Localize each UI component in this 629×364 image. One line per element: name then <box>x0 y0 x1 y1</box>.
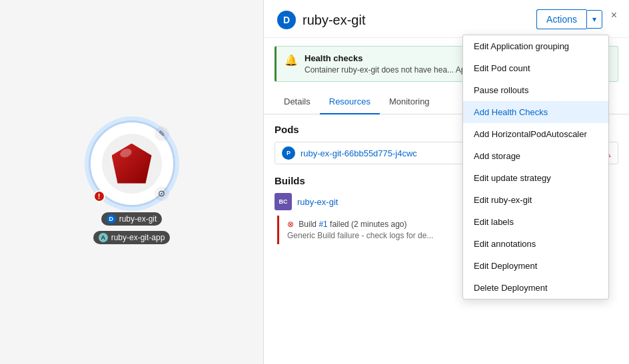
dropdown-overlay: Edit Application grouping Edit Pod count… <box>0 0 629 364</box>
dropdown-item-8[interactable]: Edit labels <box>463 211 608 233</box>
dropdown-item-2[interactable]: Pause rollouts <box>463 79 608 101</box>
dropdown-item-5[interactable]: Add storage <box>463 145 608 167</box>
dropdown-item-11[interactable]: Delete Deployment <box>463 277 608 299</box>
dropdown-item-9[interactable]: Edit annotations <box>463 233 608 255</box>
dropdown-item-4[interactable]: Add HorizontalPodAutoscaler <box>463 123 608 145</box>
actions-dropdown-menu: Edit Application grouping Edit Pod count… <box>462 35 609 299</box>
dropdown-item-3[interactable]: Add Health Checks <box>463 101 608 123</box>
dropdown-item-6[interactable]: Edit update strategy <box>463 167 608 189</box>
dropdown-item-0[interactable]: Edit Application grouping <box>463 35 608 57</box>
dropdown-item-1[interactable]: Edit Pod count <box>463 57 608 79</box>
dropdown-item-7[interactable]: Edit ruby-ex-git <box>463 189 608 211</box>
dropdown-item-10[interactable]: Edit Deployment <box>463 255 608 277</box>
